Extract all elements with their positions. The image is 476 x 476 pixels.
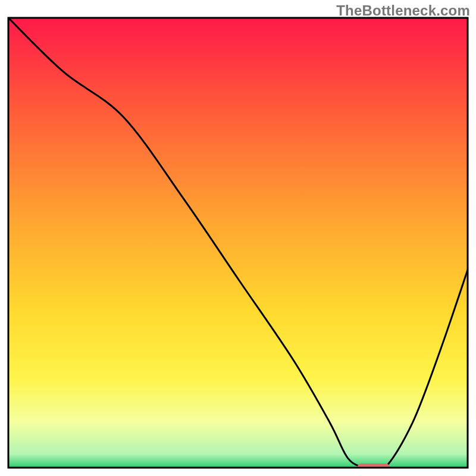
- watermark-label: TheBottleneck.com: [336, 2, 470, 19]
- chart-stage: TheBottleneck.com: [0, 0, 476, 476]
- plot-background: [8, 18, 468, 468]
- bottleneck-chart: [0, 0, 476, 476]
